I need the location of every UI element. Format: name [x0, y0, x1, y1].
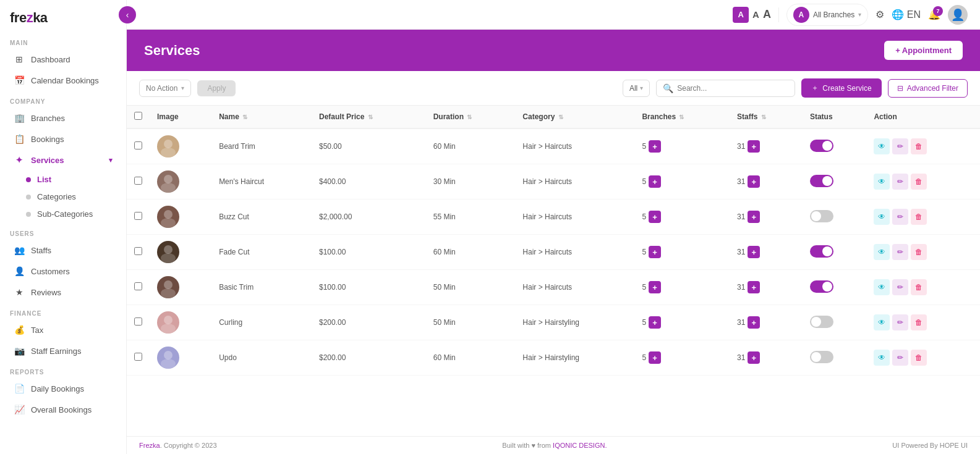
edit-button[interactable]: ✏: [892, 138, 908, 154]
status-toggle[interactable]: [810, 280, 833, 293]
sidebar-item-branches[interactable]: 🏢 Branches: [4, 108, 122, 128]
font-small-button[interactable]: A: [733, 7, 749, 23]
edit-button[interactable]: ✏: [892, 244, 908, 260]
delete-button[interactable]: 🗑: [911, 174, 927, 190]
delete-button[interactable]: 🗑: [911, 209, 927, 225]
font-medium-button[interactable]: A: [752, 9, 759, 20]
add-branch-button[interactable]: +: [649, 351, 661, 364]
status-toggle[interactable]: [810, 316, 833, 328]
add-branch-button[interactable]: +: [649, 211, 661, 223]
view-button[interactable]: 👁: [874, 314, 890, 330]
row-checkbox-cell: [127, 200, 150, 235]
sidebar-item-categories[interactable]: Categories: [11, 188, 122, 205]
add-staff-button[interactable]: +: [748, 175, 760, 188]
sidebar-item-calendar-bookings[interactable]: 📅 Calendar Bookings: [4, 70, 122, 90]
header-branches[interactable]: Branches ⇅: [634, 106, 730, 128]
row-checkbox[interactable]: [134, 177, 142, 185]
row-checkbox[interactable]: [134, 247, 142, 255]
status-toggle[interactable]: [810, 351, 833, 363]
user-avatar[interactable]: 👤: [948, 5, 968, 25]
branch-selector[interactable]: A All Branches ▾: [786, 4, 868, 26]
advanced-filter-button[interactable]: ⊟ Advanced Filter: [888, 79, 968, 98]
view-button[interactable]: 👁: [874, 209, 890, 225]
view-button[interactable]: 👁: [874, 279, 890, 295]
sidebar-item-overall-bookings[interactable]: 📈 Overall Bookings: [4, 400, 122, 419]
view-button[interactable]: 👁: [874, 244, 890, 260]
create-service-button[interactable]: ＋ Create Service: [801, 78, 881, 98]
edit-button[interactable]: ✏: [892, 314, 908, 330]
sidebar-item-tax[interactable]: 💰 Tax: [4, 320, 122, 340]
status-toggle[interactable]: [810, 245, 833, 258]
iqonic-link[interactable]: IQONIC DESIGN.: [553, 442, 607, 449]
add-staff-button[interactable]: +: [748, 351, 760, 364]
row-checkbox[interactable]: [134, 212, 142, 220]
services-icon: ✦: [14, 155, 25, 165]
view-button[interactable]: 👁: [874, 138, 890, 154]
delete-button[interactable]: 🗑: [911, 244, 927, 260]
edit-button[interactable]: ✏: [892, 209, 908, 225]
row-checkbox[interactable]: [134, 282, 142, 290]
add-staff-button[interactable]: +: [748, 140, 760, 153]
select-all-checkbox[interactable]: [134, 112, 142, 120]
view-button[interactable]: 👁: [874, 174, 890, 190]
sidebar-item-customers[interactable]: 👤 Customers: [4, 261, 122, 281]
filter-select[interactable]: All ▾: [623, 80, 650, 97]
add-branch-button[interactable]: +: [649, 175, 661, 188]
view-button[interactable]: 👁: [874, 350, 890, 366]
header-category[interactable]: Category ⇅: [515, 106, 634, 128]
row-image-cell: [150, 235, 211, 270]
sidebar-item-staff-earnings[interactable]: 📷 Staff Earnings: [4, 341, 122, 361]
language-button[interactable]: 🌐 EN: [892, 9, 921, 20]
back-button[interactable]: ‹: [119, 6, 136, 23]
delete-button[interactable]: 🗑: [911, 314, 927, 330]
add-staff-button[interactable]: +: [748, 281, 760, 293]
appointment-button[interactable]: + Appointment: [884, 41, 963, 60]
notifications-button[interactable]: 🔔 7: [928, 9, 940, 20]
sidebar-item-reviews[interactable]: ★ Reviews: [4, 282, 122, 302]
sidebar-item-bookings[interactable]: 📋 Bookings: [4, 129, 122, 149]
no-action-select[interactable]: No Action ▾: [139, 80, 191, 97]
add-staff-button[interactable]: +: [748, 316, 760, 329]
delete-button[interactable]: 🗑: [911, 138, 927, 154]
sidebar-item-list[interactable]: List: [11, 171, 122, 188]
header-duration[interactable]: Duration ⇅: [426, 106, 516, 128]
row-status: [803, 200, 866, 235]
sidebar-item-staffs[interactable]: 👥 Staffs: [4, 240, 122, 260]
status-toggle[interactable]: [810, 175, 833, 187]
delete-button[interactable]: 🗑: [911, 279, 927, 295]
row-branches: 5 +: [634, 305, 730, 340]
table-row: Men's Haircut $400.00 30 Min Hair > Hair…: [127, 164, 980, 200]
header-name[interactable]: Name ⇅: [211, 106, 312, 128]
sidebar-item-label: Dashboard: [31, 55, 70, 64]
delete-button[interactable]: 🗑: [911, 350, 927, 366]
settings-button[interactable]: ⚙: [876, 9, 884, 20]
row-checkbox[interactable]: [134, 353, 142, 361]
add-staff-button[interactable]: +: [748, 246, 760, 258]
status-toggle[interactable]: [810, 210, 833, 222]
sidebar-item-dashboard[interactable]: ⊞ Dashboard: [4, 49, 122, 69]
frezka-link[interactable]: Frezka: [139, 442, 160, 449]
chevron-down-icon: ▾: [109, 156, 113, 164]
apply-button[interactable]: Apply: [197, 80, 236, 96]
add-branch-button[interactable]: +: [649, 316, 661, 329]
main-content: A A A A All Branches ▾ ⚙ 🌐 EN 🔔 7 👤 Serv…: [127, 0, 980, 454]
add-branch-button[interactable]: +: [649, 281, 661, 293]
sidebar-item-daily-bookings[interactable]: 📄 Daily Bookings: [4, 379, 122, 398]
edit-button[interactable]: ✏: [892, 350, 908, 366]
sidebar-item-sub-categories[interactable]: Sub-Categories: [11, 206, 122, 222]
add-branch-button[interactable]: +: [649, 140, 661, 153]
edit-button[interactable]: ✏: [892, 174, 908, 190]
add-staff-button[interactable]: +: [748, 211, 760, 223]
add-branch-button[interactable]: +: [649, 246, 661, 258]
header-staffs[interactable]: Staffs ⇅: [730, 106, 803, 128]
header-status: Status: [803, 106, 866, 128]
row-checkbox[interactable]: [134, 141, 142, 149]
edit-button[interactable]: ✏: [892, 279, 908, 295]
font-large-button[interactable]: A: [763, 8, 771, 21]
header-default-price[interactable]: Default Price ⇅: [312, 106, 426, 128]
row-status: [803, 128, 866, 164]
search-input[interactable]: [677, 84, 788, 93]
status-toggle[interactable]: [810, 140, 833, 152]
sidebar-item-services[interactable]: ✦ Services ▾: [4, 150, 122, 170]
row-checkbox[interactable]: [134, 317, 142, 326]
